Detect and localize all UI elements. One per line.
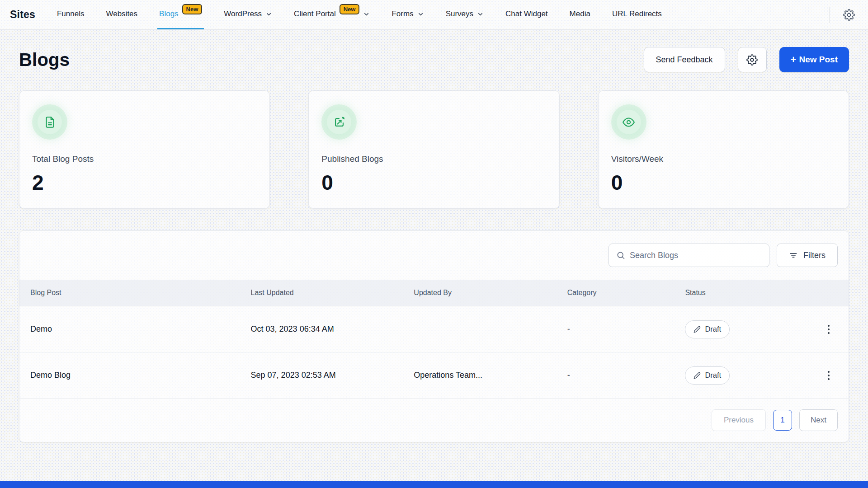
status-badge-draft[interactable]: Draft bbox=[685, 320, 730, 338]
search-input[interactable] bbox=[630, 251, 762, 260]
column-header-blog-post: Blog Post bbox=[30, 289, 251, 297]
nav-tab-label: Media bbox=[570, 9, 590, 19]
cell-category: - bbox=[567, 324, 685, 334]
nav-tab-blogs[interactable]: Blogs New bbox=[157, 0, 204, 29]
chevron-down-icon bbox=[265, 11, 272, 18]
stat-value: 0 bbox=[321, 170, 546, 195]
cell-status: Draft bbox=[685, 320, 812, 338]
chevron-down-icon bbox=[417, 11, 424, 18]
send-feedback-button[interactable]: Send Feedback bbox=[644, 47, 725, 72]
new-post-button[interactable]: + New Post bbox=[779, 47, 849, 72]
nav-tab-label: Websites bbox=[106, 9, 137, 19]
pencil-icon bbox=[693, 372, 701, 379]
column-header-category: Category bbox=[567, 289, 685, 297]
pagination: Previous 1 Next bbox=[19, 398, 849, 442]
status-label: Draft bbox=[705, 371, 721, 380]
publish-icon bbox=[327, 110, 351, 134]
stat-card-total-blog-posts: Total Blog Posts 2 bbox=[19, 90, 270, 209]
brand-sites[interactable]: Sites bbox=[10, 9, 35, 21]
nav-tab-label: Client Portal bbox=[294, 9, 336, 19]
top-nav: Sites Funnels Websites Blogs New WordPre… bbox=[0, 0, 868, 30]
next-page-button[interactable]: Next bbox=[799, 409, 838, 431]
stat-value: 0 bbox=[611, 170, 836, 195]
nav-tab-wordpress[interactable]: WordPress bbox=[222, 0, 274, 29]
nav-tab-chat-widget[interactable]: Chat Widget bbox=[504, 0, 550, 29]
search-box bbox=[609, 244, 769, 267]
table-toolbar: Filters bbox=[19, 231, 849, 280]
nav-divider bbox=[830, 7, 830, 23]
cell-blog-post[interactable]: Demo Blog bbox=[30, 371, 251, 380]
filter-lines-icon bbox=[789, 251, 798, 260]
stat-label: Published Blogs bbox=[321, 154, 546, 164]
nav-tabs: Funnels Websites Blogs New WordPress Cli… bbox=[55, 0, 818, 29]
blog-settings-button[interactable] bbox=[738, 47, 767, 72]
column-header-status: Status bbox=[685, 289, 812, 297]
column-header-updated-by: Updated By bbox=[414, 289, 567, 297]
stat-label: Visitors/Week bbox=[611, 154, 836, 164]
plus-icon: + bbox=[791, 55, 797, 65]
new-post-label: New Post bbox=[799, 55, 838, 65]
chevron-down-icon bbox=[477, 11, 484, 18]
header-actions: Send Feedback + New Post bbox=[644, 47, 849, 72]
nav-tab-label: Blogs bbox=[159, 9, 179, 19]
nav-tab-label: Surveys bbox=[446, 9, 473, 19]
chevron-down-icon bbox=[363, 11, 370, 18]
file-text-icon bbox=[38, 110, 62, 134]
nav-tab-label: Chat Widget bbox=[505, 9, 548, 19]
nav-tab-label: WordPress bbox=[224, 9, 262, 19]
stat-value: 2 bbox=[32, 170, 257, 195]
nav-tab-websites[interactable]: Websites bbox=[104, 0, 139, 29]
nav-tab-label: Funnels bbox=[57, 9, 84, 19]
stat-label: Total Blog Posts bbox=[32, 154, 257, 164]
page-header: Blogs Send Feedback + New Post bbox=[19, 47, 849, 72]
cell-category: - bbox=[567, 371, 685, 380]
new-badge: New bbox=[182, 4, 203, 14]
page-title: Blogs bbox=[19, 50, 70, 70]
search-icon bbox=[616, 251, 625, 260]
cell-last-updated: Sep 07, 2023 02:53 AM bbox=[251, 371, 414, 380]
nav-tab-funnels[interactable]: Funnels bbox=[55, 0, 86, 29]
filters-button[interactable]: Filters bbox=[777, 244, 838, 267]
previous-page-button[interactable]: Previous bbox=[712, 409, 766, 431]
nav-settings-button[interactable] bbox=[840, 6, 858, 24]
status-label: Draft bbox=[705, 325, 721, 333]
bottom-blue-bar bbox=[0, 481, 868, 488]
nav-tab-surveys[interactable]: Surveys bbox=[444, 0, 486, 29]
stats-cards: Total Blog Posts 2 Published Blogs 0 Vis… bbox=[19, 90, 849, 209]
status-badge-draft[interactable]: Draft bbox=[685, 366, 730, 385]
nav-tab-forms[interactable]: Forms bbox=[390, 0, 425, 29]
nav-right bbox=[830, 6, 858, 24]
gear-icon bbox=[843, 9, 855, 21]
blogs-table-card: Filters Blog Post Last Updated Updated B… bbox=[19, 230, 849, 442]
new-badge: New bbox=[340, 4, 360, 14]
gear-icon bbox=[746, 54, 758, 66]
stat-card-published-blogs: Published Blogs 0 bbox=[308, 90, 559, 209]
cell-last-updated: Oct 03, 2023 06:34 AM bbox=[251, 324, 414, 334]
stat-card-visitors-week: Visitors/Week 0 bbox=[598, 90, 849, 209]
row-menu-kebab-icon[interactable] bbox=[824, 367, 833, 384]
cell-actions bbox=[813, 367, 838, 384]
pencil-icon bbox=[693, 326, 701, 333]
table-row[interactable]: Demo Oct 03, 2023 06:34 AM - Draft bbox=[19, 306, 849, 352]
nav-tab-url-redirects[interactable]: URL Redirects bbox=[610, 0, 664, 29]
nav-tab-client-portal[interactable]: Client Portal New bbox=[292, 0, 372, 29]
cell-status: Draft bbox=[685, 366, 812, 385]
cell-blog-post[interactable]: Demo bbox=[30, 324, 251, 334]
filters-label: Filters bbox=[803, 251, 826, 260]
page-content: Blogs Send Feedback + New Post Total Blo… bbox=[0, 47, 868, 442]
cell-actions bbox=[813, 321, 838, 338]
cell-updated-by: Operations Team... bbox=[414, 371, 567, 380]
table-row[interactable]: Demo Blog Sep 07, 2023 02:53 AM Operatio… bbox=[19, 352, 849, 398]
column-header-last-updated: Last Updated bbox=[251, 289, 414, 297]
page-number-button[interactable]: 1 bbox=[773, 410, 792, 431]
nav-tab-media[interactable]: Media bbox=[568, 0, 592, 29]
table-header-row: Blog Post Last Updated Updated By Catego… bbox=[19, 280, 849, 306]
nav-tab-label: Forms bbox=[392, 9, 413, 19]
eye-icon bbox=[617, 110, 641, 134]
nav-tab-label: URL Redirects bbox=[612, 9, 662, 19]
row-menu-kebab-icon[interactable] bbox=[824, 321, 833, 338]
